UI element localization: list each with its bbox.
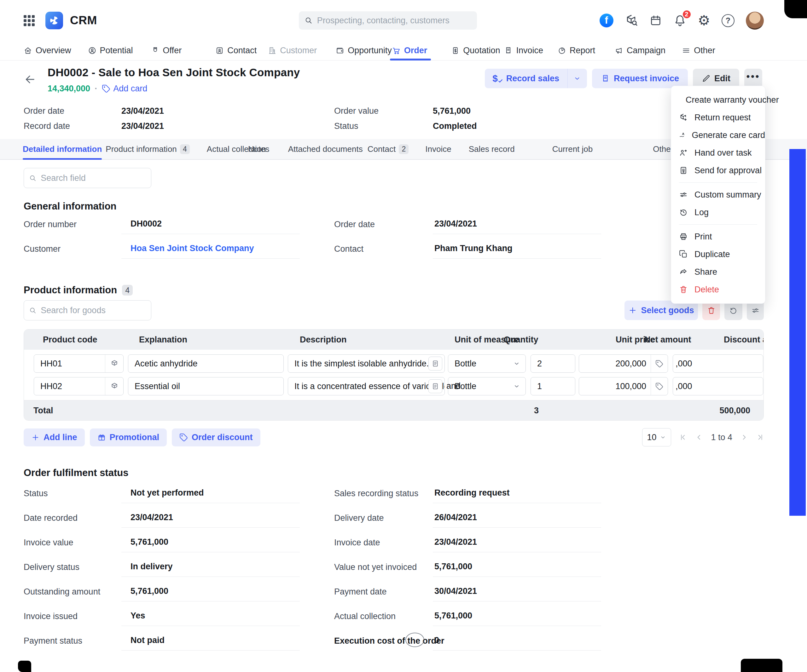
tab-sales-record[interactable]: Sales record <box>469 139 515 159</box>
tab-contact[interactable]: Contact2 <box>367 139 409 159</box>
record-sales-button[interactable]: $ Record sales <box>485 69 568 88</box>
explanation-input[interactable]: Acetic anhydride <box>128 354 284 373</box>
global-search-input[interactable] <box>317 16 471 25</box>
field-label: Value not yet invoiced <box>334 562 433 577</box>
record-sales-dropdown-arrow[interactable] <box>568 69 587 88</box>
price-tag-button[interactable] <box>651 377 668 395</box>
promotional-button[interactable]: Promotional <box>90 429 167 447</box>
topbar-icons: f 2 ⚙ ? <box>599 12 764 30</box>
unit-price-input[interactable]: 100,000 <box>579 377 668 396</box>
description-expand-button[interactable] <box>428 357 442 371</box>
order-date-value[interactable]: 23/04/2021 <box>433 219 601 234</box>
net-amount-input[interactable]: ,000 <box>673 377 763 396</box>
help-icon[interactable]: ? <box>722 14 734 27</box>
unit-price-input[interactable]: 200,000 <box>579 354 668 373</box>
search-icon <box>29 174 37 182</box>
nav-item-offer[interactable]: Offer <box>151 41 182 60</box>
field-label: Delivery date <box>334 513 433 528</box>
col-quantity: Quantity <box>504 335 538 345</box>
menu-item-print[interactable]: Print <box>671 228 765 245</box>
search-field-input[interactable] <box>41 173 146 183</box>
menu-item-create-warranty-voucher[interactable]: Create warranty voucher <box>671 91 765 109</box>
product-picker-button[interactable] <box>105 377 123 395</box>
prev-page-icon[interactable] <box>695 433 703 441</box>
tab-attached-documents[interactable]: Attached documents <box>288 139 363 159</box>
col-description: Description <box>300 335 347 345</box>
search-goods-input[interactable] <box>41 306 146 315</box>
edit-button[interactable]: Edit <box>693 69 739 88</box>
nav-item-opportunity[interactable]: Opportunity <box>336 41 392 60</box>
description-expand-button[interactable] <box>428 379 442 393</box>
add-line-button[interactable]: Add line <box>24 429 85 447</box>
menu-item-log[interactable]: Log <box>671 204 765 221</box>
share-icon <box>679 268 688 276</box>
field-value: 30/04/2021 <box>433 586 601 601</box>
quantity-input[interactable]: 2 <box>531 354 575 373</box>
price-tag-button[interactable] <box>651 355 668 372</box>
nav-item-campaign[interactable]: Campaign <box>615 41 666 60</box>
menu-item-generate-care-card[interactable]: Generate care card <box>671 126 765 144</box>
nav-item-potential[interactable]: Potential <box>88 41 133 60</box>
user-avatar[interactable] <box>746 12 764 30</box>
menu-item-delete[interactable]: Delete <box>671 281 765 298</box>
order-discount-button[interactable]: Order discount <box>172 429 261 447</box>
calendar-icon[interactable] <box>649 14 662 27</box>
menu-item-custom-summary[interactable]: Custom summary <box>671 186 765 204</box>
search-field-box[interactable] <box>24 168 151 188</box>
next-page-icon[interactable] <box>740 433 748 441</box>
menu-item-hand-over-task[interactable]: Hand over task <box>671 144 765 162</box>
contact-value[interactable]: Pham Trung Khang <box>433 243 601 259</box>
first-page-icon[interactable] <box>679 433 687 441</box>
net-amount-input[interactable]: ,000 <box>673 354 763 373</box>
field-value: 23/04/2021 <box>433 537 601 552</box>
page-size-select[interactable]: 10 <box>642 428 671 447</box>
product-code-input[interactable]: HH01 <box>34 354 124 373</box>
nav-item-order[interactable]: Order <box>392 41 427 60</box>
search-goods-box[interactable] <box>24 300 151 320</box>
tab-notes[interactable]: Notes <box>248 139 269 159</box>
explanation-input[interactable]: Essential oil <box>128 377 284 396</box>
notifications-button[interactable]: 2 <box>673 14 687 27</box>
menu-item-send-for-approval[interactable]: Send for approval <box>671 162 765 179</box>
request-invoice-button[interactable]: Request invoice <box>592 69 688 88</box>
table-header: Product code Explanation Description Uni… <box>24 329 764 350</box>
global-search[interactable] <box>299 12 477 30</box>
pencil-icon <box>702 74 711 83</box>
customer-link[interactable]: Hoa Sen Joint Stock Company <box>121 243 300 259</box>
tab-detailed-information[interactable]: Detailed information <box>23 139 102 159</box>
nav-item-overview[interactable]: Overview <box>24 41 71 60</box>
order-fulfilment-heading: Order fulfilment status <box>24 467 783 478</box>
tab-invoice[interactable]: Invoice <box>425 139 451 159</box>
tab-product-information[interactable]: Product information4 <box>106 139 189 159</box>
product-code-input[interactable]: HH02 <box>34 377 124 396</box>
nav-item-customer[interactable]: Customer <box>268 41 317 60</box>
description-input[interactable]: It is a concentrated essence of various … <box>288 377 445 396</box>
nav-item-quotation[interactable]: Quotation <box>451 41 500 60</box>
field-label: Invoice issued <box>24 611 121 626</box>
back-button[interactable] <box>24 73 36 86</box>
tab-current-job[interactable]: Current job <box>552 139 593 159</box>
product-picker-button[interactable] <box>105 355 123 372</box>
menu-item-duplicate[interactable]: Duplicate <box>671 245 765 263</box>
menu-item-share[interactable]: Share <box>671 263 765 281</box>
facebook-icon[interactable]: f <box>599 13 613 27</box>
last-page-icon[interactable] <box>756 433 764 441</box>
order-number-value[interactable]: DH0002 <box>121 219 300 234</box>
add-card-button[interactable]: Add card <box>102 84 147 94</box>
quantity-input[interactable]: 1 <box>531 377 575 396</box>
field-value: Not yet performed <box>121 488 300 503</box>
nav-item-other[interactable]: Other <box>682 41 715 60</box>
nav-item-contact[interactable]: Contact <box>215 41 257 60</box>
menu-item-return-request[interactable]: Return request <box>671 109 765 126</box>
nav-item-invoice[interactable]: Invoice <box>504 41 543 60</box>
more-actions-button[interactable]: ••• <box>744 69 762 88</box>
app-grid-icon[interactable] <box>24 15 35 26</box>
product-lookup-icon[interactable] <box>625 14 638 27</box>
description-input[interactable]: It is the simplest isolable anhydride... <box>288 354 445 373</box>
tag-icon <box>179 433 188 442</box>
col-net-amount: Net amount <box>644 335 691 345</box>
unit-of-measure-select[interactable]: Bottle <box>448 354 526 373</box>
care-hand-icon <box>679 131 685 139</box>
gear-icon[interactable]: ⚙ <box>698 13 710 27</box>
nav-item-report[interactable]: Report <box>558 41 595 60</box>
